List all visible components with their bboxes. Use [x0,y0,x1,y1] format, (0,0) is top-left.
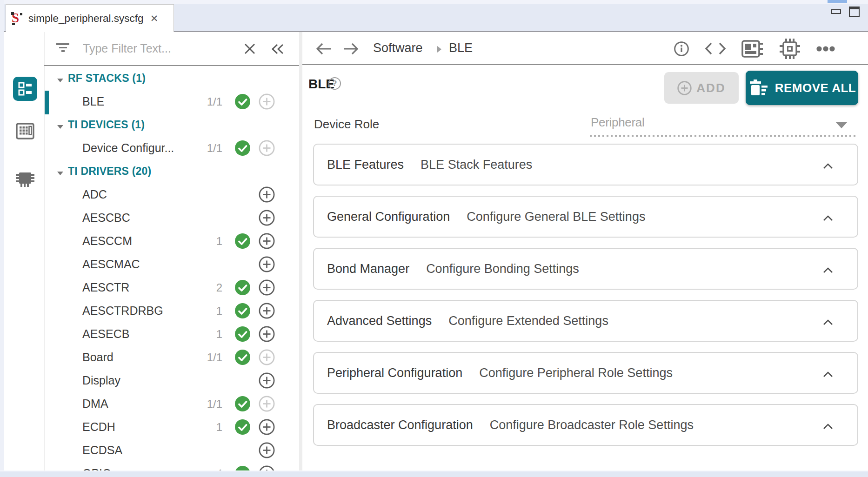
add-module-icon[interactable] [259,303,275,319]
section-subtitle: Configure Extended Settings [448,314,608,328]
filter-icon [56,43,70,53]
tree-module-row[interactable]: DMA 1/1 [44,392,299,415]
collapse-panel-icon[interactable] [271,43,284,57]
tree-module-row[interactable]: AESECB 1 [44,322,299,345]
tree-module-label: AESCTRDRBG [82,304,163,318]
minimize-window-button[interactable] [831,9,841,14]
check-badge-icon [235,280,250,295]
add-module-icon[interactable] [259,326,275,342]
section-title: General Configuration [327,210,450,224]
section-title: BLE Features [327,158,404,172]
filter-input[interactable] [82,39,235,58]
section-title: Advanced Settings [327,314,432,328]
check-badge-icon [235,94,250,109]
section-subtitle: BLE Stack Features [421,158,532,172]
device-role-value: Peripheral [591,115,645,130]
config-section-card[interactable]: Bond Manager Configure Bonding Settings [313,248,858,290]
add-module-icon[interactable] [259,396,275,412]
tree-module-row[interactable]: ECDH 1 [44,415,299,438]
editor-tab[interactable]: S simple_peripheral.syscfg ✕ [6,4,174,32]
tree-module-label: ECDSA [82,444,122,457]
config-section-card[interactable]: Broadcaster Configuration Configure Broa… [313,404,858,446]
tab-title: simple_peripheral.syscfg [28,13,144,25]
collapse-chevron-icon[interactable] [823,215,833,223]
chip-icon[interactable] [779,38,801,60]
device-view-icon [15,169,35,189]
breadcrumb-software[interactable]: Software [373,41,423,55]
tree-module-row[interactable]: Display [44,369,299,392]
add-module-icon[interactable] [259,210,275,226]
config-section-card[interactable]: BLE Features BLE Stack Features [313,144,858,186]
config-section-card[interactable]: Advanced Settings Configure Extended Set… [313,300,858,342]
device-role-select[interactable]: Peripheral [590,109,856,137]
help-icon[interactable]: ? [328,77,341,90]
tree-module-row[interactable]: Device Configur... 1/1 [44,136,299,159]
tab-close-icon[interactable]: ✕ [150,13,159,23]
section-title: Peripheral Configuration [327,366,462,380]
tree-module-count: 1/1 [180,142,222,155]
filter-row [45,32,299,65]
check-badge-icon [235,396,250,411]
clear-filter-icon[interactable] [244,43,256,57]
remove-all-button[interactable]: REMOVE ALL [746,71,858,105]
code-icon[interactable] [705,41,726,56]
tree-module-count: 1 [180,328,222,341]
tree-module-count: 1 [180,235,222,248]
tree-module-row[interactable]: AESCTRDRBG 1 [44,299,299,322]
tree-category-row[interactable]: RF STACKS (1) [44,66,299,90]
tree-category-label: RF STACKS (1) [68,72,146,85]
collapse-chevron-icon[interactable] [823,371,833,379]
add-module-icon[interactable] [259,419,275,435]
add-module-icon[interactable] [259,233,275,249]
config-section-card[interactable]: General Configuration Configure General … [313,196,858,238]
maximize-window-button[interactable] [849,7,860,17]
tree-module-label: AESECB [82,327,129,341]
tree-separator [44,65,299,66]
tree-module-row[interactable]: ECDSA [44,438,299,462]
forward-arrow-icon[interactable] [342,42,359,57]
collapse-chevron-icon[interactable] [823,163,833,171]
tree-module-row[interactable]: AESCTR 2 [44,276,299,299]
tree-module-row[interactable]: ADC [44,183,299,206]
tree-module-row[interactable]: Board 1/1 [44,345,299,369]
sysconfig-window: S simple_peripheral.syscfg ✕ [0,0,868,477]
rail-device-view-button[interactable] [13,167,37,191]
add-module-icon[interactable] [259,140,275,156]
section-subtitle: Configure Bonding Settings [426,262,579,276]
check-badge-icon [235,350,250,365]
info-icon[interactable] [674,41,689,57]
rail-software-view-button[interactable] [13,77,37,101]
module-tree-panel: RF STACKS (1) BLE 1/1 TI DEVICES (1) Dev… [45,32,299,470]
add-module-icon[interactable] [259,442,275,458]
tree-category-row[interactable]: TI DEVICES (1) [44,113,299,136]
view-rail [4,32,45,470]
caret-down-icon [57,123,64,131]
add-button[interactable]: ADD [664,72,739,104]
add-module-icon[interactable] [259,349,275,365]
add-module-icon[interactable] [259,372,275,389]
board-view-icon [15,122,35,140]
collapse-chevron-icon[interactable] [823,423,833,431]
section-subtitle: Configure General BLE Settings [467,210,645,224]
config-section-card[interactable]: Peripheral Configuration Configure Perip… [313,352,858,394]
sysconfig-logo-icon: S [11,12,23,26]
tree-module-label: ECDH [82,420,115,434]
add-module-icon[interactable] [259,186,275,203]
overflow-menu-icon[interactable] [816,46,835,52]
add-module-icon[interactable] [259,256,275,272]
board-pinmux-icon[interactable] [741,39,764,59]
panel-divider[interactable] [299,32,302,470]
back-arrow-icon[interactable] [315,42,332,57]
add-module-icon[interactable] [259,93,275,110]
tree-module-row[interactable]: AESCBC [44,206,299,229]
tree-module-label: ADC [82,188,107,201]
tree-module-row[interactable]: AESCMAC [44,252,299,276]
tree-module-row[interactable]: BLE 1/1 [44,90,299,113]
rail-board-view-button[interactable] [13,119,37,143]
tree-category-row[interactable]: TI DRIVERS (20) [44,159,299,183]
add-module-icon[interactable] [259,279,275,296]
collapse-chevron-icon[interactable] [823,319,833,327]
tree-module-row[interactable]: AESCCM 1 [44,229,299,252]
collapse-chevron-icon[interactable] [823,267,833,275]
check-badge-icon [235,326,250,342]
